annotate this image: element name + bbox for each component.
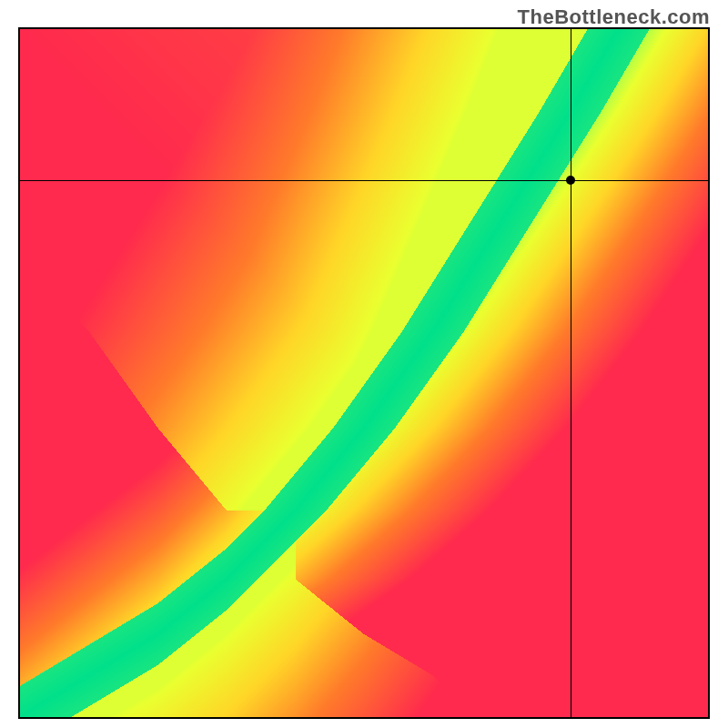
- watermark-label: TheBottleneck.com: [518, 5, 710, 29]
- chart-container: TheBottleneck.com: [0, 0, 728, 728]
- crosshair-horizontal: [20, 180, 708, 181]
- plot-area: [18, 27, 710, 719]
- heatmap-canvas: [20, 29, 708, 717]
- selection-marker: [566, 176, 575, 185]
- crosshair-vertical: [571, 29, 571, 717]
